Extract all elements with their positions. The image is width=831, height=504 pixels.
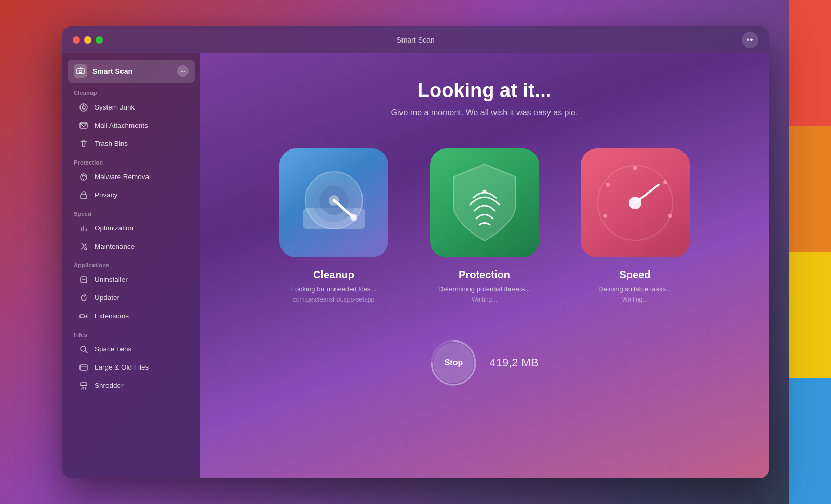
scan-size: 419,2 MB	[489, 356, 538, 370]
sidebar-item-trash-bins[interactable]: Trash Bins	[68, 135, 195, 153]
sidebar-item-updater[interactable]: Updater	[68, 289, 195, 307]
speed-icon-wrapper	[581, 148, 690, 257]
protection-card: Protection Determining potential threats…	[425, 148, 544, 303]
privacy-label: Privacy	[95, 191, 117, 199]
optimization-label: Optimization	[95, 224, 133, 232]
cleanup-icon-wrapper	[279, 148, 388, 257]
speed-card-title: Speed	[619, 269, 650, 281]
svg-point-36	[350, 214, 357, 221]
stop-button-wrapper: Stop	[430, 339, 477, 386]
svg-rect-12	[81, 195, 87, 199]
privacy-icon	[79, 190, 89, 200]
sidebar-item-optimization[interactable]: Optimization	[68, 220, 195, 237]
trash-bins-label: Trash Bins	[95, 140, 128, 147]
malware-icon	[79, 172, 89, 182]
section-files: Files	[62, 325, 200, 340]
sidebar-item-privacy[interactable]: Privacy	[68, 186, 195, 204]
sidebar-active-label: Smart Scan	[92, 67, 132, 75]
speed-card: Speed Defining suitable tasks... Waiting…	[575, 148, 695, 303]
svg-line-28	[85, 387, 86, 389]
scan-cards: Cleanup Looking for unneeded files... co…	[274, 148, 695, 303]
malware-removal-label: Malware Removal	[95, 173, 151, 181]
extensions-label: Extensions	[95, 312, 129, 320]
shredder-icon	[79, 381, 89, 390]
svg-point-40	[668, 214, 672, 218]
svg-line-21	[85, 351, 87, 353]
background-strips	[789, 0, 831, 504]
large-files-label: Large & Old Files	[95, 363, 149, 371]
svg-point-44	[629, 197, 641, 209]
space-lens-label: Space Lens	[95, 345, 131, 353]
mail-icon	[79, 121, 89, 130]
sidebar-item-space-lens[interactable]: Space Lens	[68, 340, 195, 358]
svg-point-38	[633, 166, 637, 170]
svg-point-1	[79, 70, 82, 72]
sidebar-item-extensions[interactable]: Extensions	[68, 307, 195, 325]
maintenance-icon	[79, 242, 89, 251]
sidebar-item-maintenance[interactable]: Maintenance	[68, 238, 195, 255]
sidebar-item-shredder[interactable]: Shredder	[68, 377, 195, 394]
speed-card-detail: Waiting...	[622, 296, 648, 303]
cleanup-card: Cleanup Looking for unneeded files... co…	[274, 148, 394, 303]
uninstaller-label: Uninstaller	[95, 276, 128, 283]
smart-scan-icon	[74, 64, 87, 78]
protection-card-detail: Waiting...	[472, 296, 498, 303]
svg-rect-22	[80, 365, 87, 370]
sidebar: Smart Scan Cleanup	[62, 53, 200, 478]
maximize-button[interactable]	[96, 36, 103, 44]
updater-icon	[79, 293, 89, 303]
system-junk-label: System Junk	[95, 103, 135, 111]
mail-attachments-label: Mail Attachments	[95, 121, 148, 129]
section-applications: Applications	[62, 256, 200, 270]
sidebar-item-system-junk[interactable]: System Junk	[68, 99, 195, 116]
stop-area: Stop 419,2 MB	[430, 339, 538, 386]
hdd-svg	[292, 161, 376, 244]
svg-point-16	[85, 248, 87, 250]
sidebar-badge	[177, 65, 189, 77]
speed-card-status: Defining suitable tasks...	[598, 285, 672, 293]
shredder-label: Shredder	[95, 382, 124, 389]
app-window: Smart Scan •• Smart Scan	[62, 26, 769, 478]
window-controls	[73, 36, 103, 44]
gauge-svg	[591, 159, 679, 247]
svg-point-4	[182, 70, 183, 71]
uninstaller-icon	[79, 275, 89, 284]
window-title: Smart Scan	[396, 36, 434, 44]
protection-icon-wrapper	[430, 148, 539, 257]
section-cleanup: Cleanup	[62, 84, 200, 98]
cleanup-card-title: Cleanup	[313, 269, 354, 281]
protection-card-title: Protection	[459, 269, 510, 281]
section-protection: Protection	[62, 153, 200, 168]
trash-icon	[79, 139, 89, 148]
space-lens-icon	[79, 345, 89, 354]
cleanup-card-detail: com.getcleanshot.app-setapp	[293, 296, 374, 303]
menu-button[interactable]: ••	[742, 32, 758, 48]
svg-point-7	[82, 106, 85, 109]
sidebar-item-malware-removal[interactable]: Malware Removal	[68, 168, 195, 186]
svg-point-41	[603, 214, 607, 218]
sidebar-item-uninstaller[interactable]: Uninstaller	[68, 271, 195, 289]
svg-point-39	[663, 180, 667, 184]
title-bar: Smart Scan ••	[62, 26, 769, 53]
updater-label: Updater	[95, 294, 119, 302]
window-body: Smart Scan Cleanup	[62, 53, 769, 478]
main-content: Looking at it... Give me a moment. We al…	[200, 53, 769, 478]
main-heading: Looking at it...	[418, 79, 552, 102]
protection-card-status: Determining potential threats...	[438, 285, 530, 293]
svg-point-42	[606, 183, 610, 187]
svg-rect-25	[81, 383, 87, 386]
system-junk-icon	[79, 103, 89, 112]
stop-button[interactable]: Stop	[433, 343, 474, 383]
extensions-icon	[79, 311, 89, 321]
close-button[interactable]	[73, 36, 80, 44]
minimize-button[interactable]	[84, 36, 91, 44]
sidebar-item-smart-scan[interactable]: Smart Scan	[68, 60, 195, 83]
svg-point-5	[184, 70, 185, 71]
cleanup-card-status: Looking for unneeded files...	[291, 285, 376, 293]
svg-rect-0	[77, 69, 84, 74]
sidebar-item-large-files[interactable]: Large & Old Files	[68, 359, 195, 376]
shield-svg	[443, 159, 526, 247]
optimization-icon	[79, 224, 89, 233]
maintenance-label: Maintenance	[95, 242, 135, 250]
sidebar-item-mail-attachments[interactable]: Mail Attachments	[68, 117, 195, 134]
